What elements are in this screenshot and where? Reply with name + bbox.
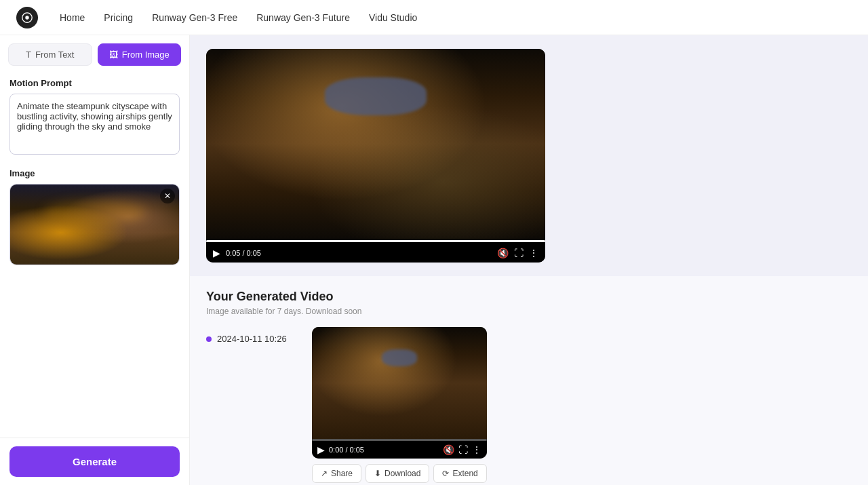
nav-home[interactable]: Home bbox=[60, 12, 85, 23]
generate-button-wrap: Generate bbox=[0, 438, 189, 485]
generated-play-button[interactable]: ▶ bbox=[317, 444, 325, 455]
image-upload-area[interactable]: ✕ bbox=[9, 184, 180, 265]
main-video-controls: ▶ 0:05 / 0:05 🔇 ⛶ ⋮ bbox=[206, 244, 545, 263]
svg-point-1 bbox=[25, 16, 28, 19]
generated-video-player: ▶ 0:00 / 0:05 🔇 ⛶ ⋮ bbox=[312, 327, 487, 459]
tab-from-text[interactable]: T From Text bbox=[8, 43, 92, 66]
main-time-display: 0:05 / 0:05 bbox=[226, 249, 492, 257]
nav-bar: Home Pricing Runway Gen-3 Free Runway Ge… bbox=[60, 12, 417, 23]
generated-more-button[interactable]: ⋮ bbox=[472, 444, 481, 455]
generated-mute-button[interactable]: 🔇 bbox=[443, 444, 454, 455]
motion-prompt-input[interactable]: Animate the steampunk cityscape with bus… bbox=[9, 94, 180, 155]
video-list-item: 2024-10-11 10:26 ▶ 0:00 / 0:05 🔇 ⛶ bbox=[206, 327, 852, 483]
sidebar-content: Motion Prompt Animate the steampunk city… bbox=[0, 66, 189, 485]
tab-bar: T From Text 🖼 From Image bbox=[0, 35, 189, 66]
share-button[interactable]: ↗ Share bbox=[312, 464, 361, 483]
bullet-dot bbox=[206, 336, 212, 342]
generated-subtitle: Image available for 7 days. Download soo… bbox=[206, 307, 852, 316]
header: Home Pricing Runway Gen-3 Free Runway Ge… bbox=[0, 0, 868, 35]
generated-video-controls: ▶ 0:00 / 0:05 🔇 ⛶ ⋮ bbox=[312, 441, 487, 459]
main-more-button[interactable]: ⋮ bbox=[529, 248, 538, 258]
image-label: Image bbox=[9, 168, 180, 178]
nav-pricing[interactable]: Pricing bbox=[104, 12, 133, 23]
video-date: 2024-10-11 10:26 bbox=[206, 327, 301, 344]
image-section: Image ✕ bbox=[9, 168, 180, 265]
download-button[interactable]: ⬇ Download bbox=[366, 464, 429, 483]
uploaded-image-thumb bbox=[10, 185, 179, 265]
generated-fullscreen-button[interactable]: ⛶ bbox=[458, 444, 468, 455]
video-preview-section: ▶ 0:05 / 0:05 🔇 ⛶ ⋮ bbox=[190, 35, 868, 276]
text-icon: T bbox=[26, 50, 31, 60]
download-icon: ⬇ bbox=[374, 469, 381, 478]
nav-vidu-studio[interactable]: Vidu Studio bbox=[369, 12, 417, 23]
action-bar: ↗ Share ⬇ Download ⟳ Extend bbox=[312, 459, 487, 483]
image-icon: 🖼 bbox=[109, 50, 118, 60]
generated-section: Your Generated Video Image available for… bbox=[190, 276, 868, 485]
extend-button[interactable]: ⟳ Extend bbox=[433, 464, 486, 483]
app-logo bbox=[16, 7, 38, 28]
extend-icon: ⟳ bbox=[442, 469, 449, 478]
sidebar: T From Text 🖼 From Image Motion Prompt A… bbox=[0, 35, 190, 485]
remove-image-button[interactable]: ✕ bbox=[160, 189, 175, 203]
share-icon: ↗ bbox=[321, 469, 328, 478]
main-fullscreen-button[interactable]: ⛶ bbox=[514, 248, 524, 258]
video-card: ▶ 0:00 / 0:05 🔇 ⛶ ⋮ ↗ Share bbox=[312, 327, 487, 483]
main-layout: T From Text 🖼 From Image Motion Prompt A… bbox=[0, 35, 868, 485]
generated-time-display: 0:00 / 0:05 bbox=[329, 446, 439, 454]
main-mute-button[interactable]: 🔇 bbox=[497, 248, 509, 258]
generated-title: Your Generated Video bbox=[206, 290, 852, 304]
generate-button[interactable]: Generate bbox=[9, 446, 180, 477]
generated-video-frame bbox=[312, 327, 487, 439]
main-video-player: ▶ 0:05 / 0:05 🔇 ⛶ ⋮ bbox=[206, 49, 545, 263]
main-video-frame bbox=[206, 49, 545, 239]
main-progress-fill bbox=[206, 240, 545, 242]
main-play-button[interactable]: ▶ bbox=[213, 248, 220, 258]
tab-from-image[interactable]: 🖼 From Image bbox=[98, 43, 182, 66]
nav-runway-gen3-free[interactable]: Runway Gen-3 Free bbox=[152, 12, 237, 23]
motion-prompt-label: Motion Prompt bbox=[9, 78, 180, 88]
nav-runway-gen3-future[interactable]: Runway Gen-3 Future bbox=[256, 12, 350, 23]
main-content: ▶ 0:05 / 0:05 🔇 ⛶ ⋮ Your Generated Video… bbox=[190, 35, 868, 485]
main-progress-bar[interactable] bbox=[206, 240, 545, 242]
